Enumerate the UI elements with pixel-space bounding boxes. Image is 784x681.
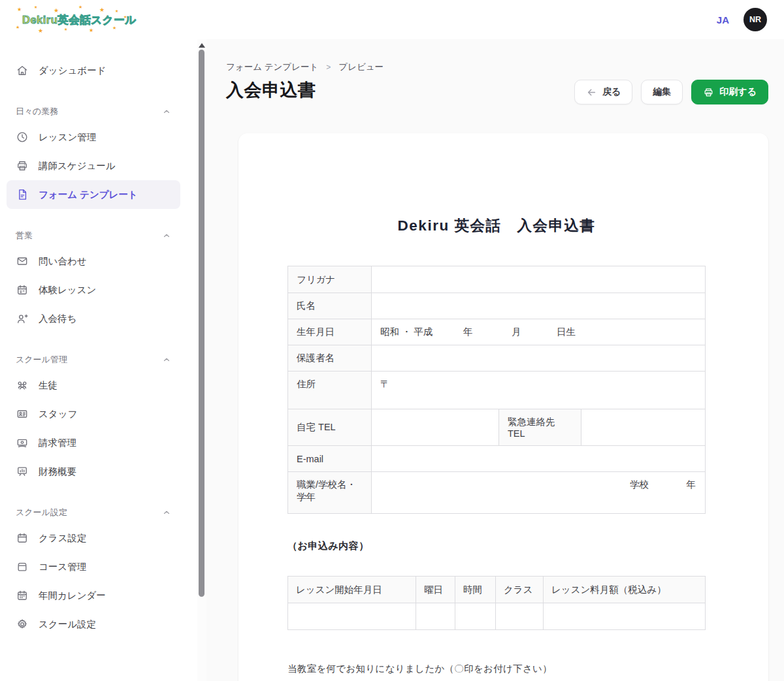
row-label: 氏名	[288, 293, 371, 319]
birth-day-suffix: 日生	[557, 326, 576, 338]
print-button-label: 印刷する	[719, 86, 757, 98]
user-avatar[interactable]: NR	[743, 8, 767, 31]
table-cell	[288, 603, 416, 629]
sidebar-item-dashboard[interactable]: ダッシュボード	[7, 56, 180, 85]
sidebar-item-label: 請求管理	[39, 437, 76, 449]
mail-icon	[16, 255, 29, 268]
clock-icon	[16, 131, 29, 144]
personal-info-table: フリガナ 氏名 生年月日 昭和 ・ 平成 年 月 日生	[287, 266, 706, 514]
sidebar-item-label: スクール設定	[39, 618, 96, 631]
application-details-heading: （お申込み内容）	[287, 540, 706, 552]
gear-icon	[16, 618, 29, 631]
lesson-table: レッスン開始年月日 曜日 時間 クラス レッスン料月額（税込み）	[287, 576, 706, 630]
lesson-table-empty-row	[288, 603, 705, 629]
sidebar-section-sales[interactable]: 営業	[7, 225, 180, 247]
calendar-grid-icon	[16, 589, 29, 602]
column-header: レッスン開始年月日	[288, 577, 416, 603]
row-value	[371, 266, 705, 293]
sidebar-item-class-settings[interactable]: クラス設定	[7, 524, 180, 552]
table-cell	[416, 603, 455, 629]
document-icon	[16, 188, 29, 201]
school-suffix: 学校	[630, 479, 649, 491]
row-label: 生年月日	[288, 319, 371, 345]
table-row-telephone: 自宅 TEL 緊急連絡先 TEL	[288, 409, 705, 445]
sidebar-item-financial-overview[interactable]: 財務概要	[7, 457, 180, 486]
row-label: 自宅 TEL	[288, 409, 371, 445]
row-value: 〒	[371, 372, 705, 409]
birth-era-options: 昭和 ・ 平成	[380, 326, 433, 338]
row-value: 学校 年	[371, 472, 705, 513]
table-row-birthdate: 生年月日 昭和 ・ 平成 年 月 日生	[288, 319, 705, 345]
print-button[interactable]: 印刷する	[691, 80, 768, 104]
back-button-label: 戻る	[602, 86, 621, 98]
printer-icon	[703, 87, 714, 98]
row-label: 住所	[288, 372, 371, 409]
chart-board-icon	[16, 465, 29, 478]
home-icon	[16, 64, 29, 77]
sidebar: ダッシュボード 日々の業務 レッスン管理 講師スケジュール フォーム テンプ	[0, 39, 197, 681]
user-plus-icon	[16, 312, 29, 325]
sidebar-item-label: クラス設定	[39, 532, 87, 545]
sidebar-item-inquiries[interactable]: 問い合わせ	[7, 247, 180, 276]
emergency-tel-value	[581, 409, 705, 445]
sidebar-item-enrollment-waitlist[interactable]: 入会待ち	[7, 304, 180, 333]
header-actions: JA NR	[717, 8, 767, 31]
table-cell	[495, 603, 543, 629]
sidebar-item-label: コース管理	[39, 561, 86, 573]
sidebar-item-label: レッスン管理	[39, 131, 96, 144]
scrollbar-up-arrow[interactable]	[199, 43, 205, 48]
sidebar-section-daily-tasks[interactable]: 日々の業務	[7, 101, 180, 123]
table-row-furigana: フリガナ	[288, 266, 705, 293]
sidebar-section-school-settings[interactable]: スクール設定	[7, 501, 180, 524]
section-title: スクール管理	[16, 354, 67, 366]
sidebar-section-school-management[interactable]: スクール管理	[7, 349, 180, 371]
row-value: 昭和 ・ 平成 年 月 日生	[371, 319, 705, 345]
sidebar-item-annual-calendar[interactable]: 年間カレンダー	[7, 581, 180, 610]
sidebar-item-trial-lesson[interactable]: 体験レッスン	[7, 276, 180, 304]
sidebar-item-staff[interactable]: スタッフ	[7, 400, 180, 428]
sidebar-item-label: スタッフ	[39, 408, 77, 420]
school-logo[interactable]: Dekiru英会話スクール	[16, 5, 127, 34]
breadcrumb: フォーム テンプレート > プレビュー	[226, 61, 768, 73]
birth-year-suffix: 年	[463, 326, 473, 338]
sidebar-item-billing-management[interactable]: 請求管理	[7, 428, 180, 457]
form-preview-card: Dekiru 英会話 入会申込書 フリガナ 氏名 生年月日 昭和 ・ 平成	[238, 133, 768, 681]
column-header: レッスン料月額（税込み）	[543, 577, 705, 603]
language-switcher[interactable]: JA	[717, 14, 729, 25]
section-title: 日々の業務	[16, 106, 58, 118]
table-cell	[455, 603, 495, 629]
calendar-icon	[16, 283, 29, 296]
sidebar-item-students[interactable]: 生徒	[7, 371, 180, 400]
sidebar-item-school-settings[interactable]: スクール設定	[7, 610, 180, 639]
billing-icon	[16, 436, 29, 449]
row-label: 保護者名	[288, 345, 371, 371]
scrollbar-thumb[interactable]	[199, 50, 204, 597]
chevron-up-icon	[162, 107, 171, 116]
back-button[interactable]: 戻る	[574, 80, 632, 104]
chevron-up-icon	[162, 231, 171, 240]
table-row-email: E-mail	[288, 445, 705, 471]
calendar-icon	[16, 531, 29, 545]
app-header: Dekiru英会話スクール JA NR	[0, 0, 784, 39]
edit-button-label: 編集	[653, 86, 671, 98]
row-value	[371, 293, 705, 319]
sidebar-item-lesson-management[interactable]: レッスン管理	[7, 123, 180, 151]
sidebar-item-form-template[interactable]: フォーム テンプレート	[7, 180, 180, 209]
archive-icon	[16, 560, 29, 573]
sidebar-item-course-management[interactable]: コース管理	[7, 552, 180, 581]
arrow-left-icon	[586, 87, 597, 98]
printer-icon	[16, 159, 29, 172]
breadcrumb-preview[interactable]: プレビュー	[338, 61, 384, 73]
column-header: 時間	[455, 577, 495, 603]
table-row-address: 住所 〒	[288, 371, 705, 409]
sidebar-item-label: 財務概要	[39, 466, 76, 478]
breadcrumb-form-template[interactable]: フォーム テンプレート	[226, 61, 318, 73]
edit-button[interactable]: 編集	[641, 80, 683, 104]
home-tel-value	[371, 409, 498, 445]
sidebar-item-instructor-schedule[interactable]: 講師スケジュール	[7, 151, 180, 180]
section-title: 営業	[16, 230, 33, 242]
grade-suffix: 年	[687, 479, 696, 491]
section-title: スクール設定	[16, 507, 67, 518]
row-value	[371, 345, 705, 371]
how-found-question: 当教室を何でお知りになりましたか（〇印をお付け下さい）	[287, 663, 706, 675]
